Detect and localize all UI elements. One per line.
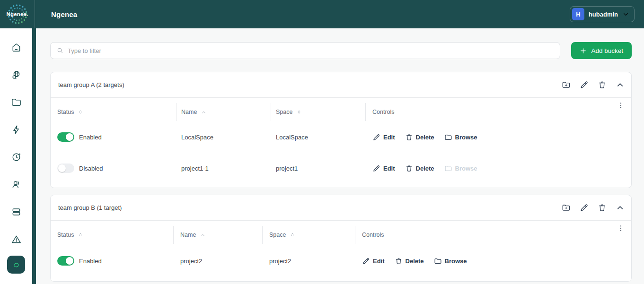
app-title: Ngenea <box>51 10 77 18</box>
sidebar-item-history[interactable] <box>0 143 32 171</box>
chevron-down-icon <box>622 11 629 18</box>
sidebar-item-discover[interactable] <box>0 61 32 88</box>
target-name: project2 <box>174 258 263 265</box>
topbar-divider <box>35 0 35 28</box>
trash-icon <box>598 80 607 89</box>
sidebar-item-alerts[interactable] <box>0 225 32 253</box>
column-header-controls: Controls <box>355 226 625 244</box>
browse-button-disabled: Browse <box>444 164 477 172</box>
group-title: team group B (1 target) <box>58 204 122 211</box>
add-target-button[interactable] <box>562 203 571 212</box>
user-menu[interactable]: H hubadmin <box>570 6 635 22</box>
add-bucket-button[interactable]: Add bucket <box>571 42 632 59</box>
add-target-button[interactable] <box>562 80 571 89</box>
column-header-space[interactable]: Space <box>271 103 366 121</box>
chevron-up-icon <box>616 80 625 89</box>
table-menu-button[interactable] <box>617 224 625 232</box>
server-stack-icon <box>11 207 22 217</box>
user-name: hubadmin <box>589 11 618 18</box>
trash-icon <box>395 257 403 265</box>
filter-input-wrap <box>50 42 560 59</box>
column-header-name[interactable]: Name <box>174 226 263 244</box>
table-row: Disabled project1-1 project1 Edit Delete <box>57 153 625 184</box>
logo-text: Ngenea. <box>6 11 28 17</box>
group-card-a: team group A (2 targets) <box>50 72 632 188</box>
lightning-icon <box>11 124 22 135</box>
sort-asc-icon <box>201 109 207 115</box>
clock-history-icon <box>11 152 22 163</box>
delete-button[interactable]: Delete <box>405 133 434 141</box>
folder-icon <box>444 133 452 141</box>
pencil-icon <box>372 133 380 141</box>
delete-group-button[interactable] <box>598 80 607 89</box>
collapse-group-button[interactable] <box>616 80 625 89</box>
browse-button[interactable]: Browse <box>444 133 477 141</box>
pencil-icon <box>580 80 589 89</box>
status-toggle[interactable] <box>57 256 74 266</box>
group-title: team group A (2 targets) <box>58 81 124 88</box>
edit-button[interactable]: Edit <box>362 257 385 265</box>
sort-both-icon <box>78 232 83 238</box>
group-card-b: team group B (1 target) <box>50 195 632 282</box>
sidebar-item-buckets-active[interactable] <box>7 256 25 274</box>
column-header-space[interactable]: Space <box>263 226 355 244</box>
main-content: Add bucket team group A (2 targets) <box>36 28 644 284</box>
trash-icon <box>405 133 413 141</box>
avatar: H <box>572 8 584 20</box>
status-label: Enabled <box>79 258 102 265</box>
home-icon <box>11 42 22 53</box>
edit-button[interactable]: Edit <box>372 164 395 172</box>
globe-search-icon <box>11 69 22 80</box>
kebab-menu-icon <box>617 224 625 232</box>
collapse-group-button[interactable] <box>616 203 625 212</box>
folder-icon <box>444 164 452 172</box>
edit-group-button[interactable] <box>580 203 589 212</box>
browse-button[interactable]: Browse <box>434 257 467 265</box>
folder-icon <box>434 257 442 265</box>
sidebar-item-home[interactable] <box>0 34 32 61</box>
edit-group-button[interactable] <box>580 80 589 89</box>
column-header-controls: Controls <box>366 103 625 121</box>
bucket-blob-icon <box>11 259 21 270</box>
sort-both-icon <box>78 109 83 115</box>
sidebar-accent-stripe <box>32 28 36 284</box>
sidebar <box>0 28 32 284</box>
target-space: project2 <box>263 258 355 265</box>
trash-icon <box>598 203 607 212</box>
kebab-menu-icon <box>617 102 625 109</box>
trash-icon <box>405 164 413 172</box>
sidebar-item-servers[interactable] <box>0 198 32 225</box>
app-logo[interactable]: Ngenea. <box>0 0 35 28</box>
delete-button[interactable]: Delete <box>405 164 434 172</box>
pencil-icon <box>372 164 380 172</box>
target-name: project1-1 <box>176 165 271 172</box>
status-label: Disabled <box>79 165 103 172</box>
plus-icon <box>580 47 587 54</box>
sidebar-item-users[interactable] <box>0 171 32 198</box>
add-bucket-label: Add bucket <box>591 47 623 54</box>
targets-table: Status Name Space Controls <box>51 221 631 281</box>
sort-asc-icon <box>200 232 206 238</box>
status-toggle[interactable] <box>57 164 74 173</box>
column-header-status[interactable]: Status <box>57 103 176 121</box>
search-icon <box>56 47 64 54</box>
folder-plus-icon <box>562 80 571 89</box>
topbar: Ngenea. Ngenea H hubadmin <box>0 0 644 28</box>
column-header-status[interactable]: Status <box>57 226 174 244</box>
table-menu-button[interactable] <box>617 102 625 109</box>
pencil-icon <box>580 203 589 212</box>
table-row: Enabled LocalSpace LocalSpace Edit Delet… <box>57 121 625 153</box>
delete-group-button[interactable] <box>598 203 607 212</box>
targets-table: Status Name Space Controls <box>51 98 631 188</box>
sidebar-item-files[interactable] <box>0 88 32 116</box>
filter-input[interactable] <box>68 47 554 54</box>
sort-both-icon <box>296 109 302 115</box>
target-space: project1 <box>271 165 366 172</box>
target-name: LocalSpace <box>176 134 271 141</box>
column-header-name[interactable]: Name <box>176 103 271 121</box>
sort-both-icon <box>290 232 295 238</box>
status-toggle[interactable] <box>57 132 74 142</box>
edit-button[interactable]: Edit <box>372 133 395 141</box>
sidebar-item-activity[interactable] <box>0 116 32 143</box>
delete-button[interactable]: Delete <box>395 257 424 265</box>
